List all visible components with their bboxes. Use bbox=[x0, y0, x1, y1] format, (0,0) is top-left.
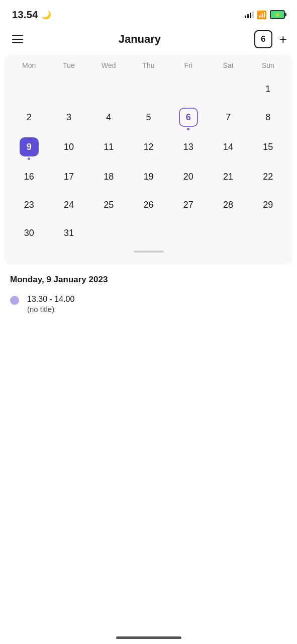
date-number: 15 bbox=[258, 137, 277, 156]
events-section: Monday, 9 January 2023 13.30 - 14.00 (no… bbox=[0, 265, 297, 313]
calendar-cell[interactable]: 23 bbox=[9, 190, 49, 218]
calendar-cell[interactable]: 7 bbox=[208, 103, 248, 132]
calendar-cell bbox=[168, 218, 208, 247]
date-number: 1 bbox=[258, 79, 277, 99]
handle-bar bbox=[134, 251, 164, 253]
calendar-cell bbox=[129, 74, 168, 103]
calendar-cell[interactable]: 1 bbox=[248, 74, 288, 103]
date-number: 20 bbox=[179, 167, 198, 186]
event-dot bbox=[28, 157, 30, 160]
date-number: 24 bbox=[59, 195, 78, 214]
calendar-cell[interactable]: 19 bbox=[129, 162, 168, 190]
day-header-wed: Wed bbox=[89, 58, 129, 72]
date-number: 19 bbox=[139, 167, 158, 186]
date-number: 12 bbox=[139, 137, 158, 156]
hamburger-line bbox=[12, 39, 23, 40]
status-icons: 📶 ⚡ bbox=[245, 10, 285, 20]
today-badge[interactable]: 6 bbox=[254, 30, 272, 48]
calendar-cell[interactable]: 18 bbox=[89, 162, 129, 190]
moon-icon: 🌙 bbox=[41, 10, 51, 20]
month-title: January bbox=[119, 33, 161, 46]
date-number: 28 bbox=[219, 195, 238, 214]
calendar-cell[interactable]: 6 bbox=[168, 103, 208, 132]
hamburger-line bbox=[12, 42, 23, 43]
status-bar: 13.54 🌙 📶 ⚡ bbox=[0, 0, 297, 26]
date-number: 9 bbox=[20, 137, 39, 156]
calendar-cell[interactable]: 28 bbox=[208, 190, 248, 218]
date-number: 7 bbox=[219, 108, 238, 127]
home-indicator bbox=[116, 636, 181, 639]
day-header-sun: Sun bbox=[248, 58, 288, 72]
date-number: 25 bbox=[99, 195, 118, 214]
calendar-cell bbox=[208, 218, 248, 247]
calendar-cell[interactable]: 21 bbox=[208, 162, 248, 190]
event-color-dot bbox=[10, 296, 19, 305]
date-number: 13 bbox=[179, 137, 198, 156]
date-number: 26 bbox=[139, 195, 158, 214]
calendar-cell[interactable]: 20 bbox=[168, 162, 208, 190]
calendar-cell[interactable]: 27 bbox=[168, 190, 208, 218]
day-headers: MonTueWedThuFriSatSun bbox=[9, 54, 288, 72]
date-number: 17 bbox=[59, 167, 78, 186]
calendar-cell[interactable]: 15 bbox=[248, 132, 288, 162]
calendar-cell[interactable]: 26 bbox=[129, 190, 168, 218]
calendar-cell[interactable]: 9 bbox=[9, 132, 49, 162]
date-number: 5 bbox=[139, 108, 158, 127]
calendar-cell[interactable]: 3 bbox=[49, 103, 88, 132]
calendar-cell[interactable]: 10 bbox=[49, 132, 88, 162]
calendar-cell bbox=[129, 218, 168, 247]
calendar-cell[interactable]: 13 bbox=[168, 132, 208, 162]
date-number: 29 bbox=[258, 195, 277, 214]
hamburger-line bbox=[12, 35, 23, 36]
event-time: 13.30 - 14.00 bbox=[27, 295, 74, 304]
calendar-cell[interactable]: 2 bbox=[9, 103, 49, 132]
calendar-cell[interactable]: 25 bbox=[89, 190, 129, 218]
day-header-sat: Sat bbox=[208, 58, 248, 72]
date-number: 2 bbox=[20, 108, 39, 127]
calendar-cell[interactable]: 8 bbox=[248, 103, 288, 132]
date-number: 10 bbox=[59, 137, 78, 156]
date-number: 22 bbox=[258, 167, 277, 186]
calendar-cell[interactable]: 12 bbox=[129, 132, 168, 162]
date-number: 27 bbox=[179, 195, 198, 214]
bottom-bar bbox=[0, 636, 297, 639]
signal-icon bbox=[245, 11, 254, 18]
day-header-tue: Tue bbox=[49, 58, 88, 72]
date-number: 30 bbox=[20, 223, 39, 243]
date-number: 4 bbox=[99, 108, 118, 127]
date-number: 6 bbox=[179, 108, 198, 127]
day-header-fri: Fri bbox=[168, 58, 208, 72]
battery-icon: ⚡ bbox=[270, 10, 285, 19]
day-header-thu: Thu bbox=[129, 58, 168, 72]
calendar-cell[interactable]: 22 bbox=[248, 162, 288, 190]
calendar-cell bbox=[208, 74, 248, 103]
calendar-cell[interactable]: 17 bbox=[49, 162, 88, 190]
date-number: 23 bbox=[20, 195, 39, 214]
calendar-cell[interactable]: 24 bbox=[49, 190, 88, 218]
event-item[interactable]: 13.30 - 14.00 (no title) bbox=[10, 295, 287, 313]
add-event-button[interactable]: + bbox=[279, 33, 287, 46]
date-number: 21 bbox=[219, 167, 238, 186]
date-number: 16 bbox=[20, 167, 39, 186]
event-dot bbox=[187, 128, 189, 130]
calendar-cell[interactable]: 11 bbox=[89, 132, 129, 162]
calendar-cell[interactable]: 29 bbox=[248, 190, 288, 218]
calendar-cell[interactable]: 14 bbox=[208, 132, 248, 162]
calendar-header: January 6 + bbox=[0, 26, 297, 54]
calendar-cell[interactable]: 31 bbox=[49, 218, 88, 247]
calendar-section: MonTueWedThuFriSatSun 123456789101112131… bbox=[4, 54, 293, 265]
date-number: 14 bbox=[219, 137, 238, 156]
calendar-cell[interactable]: 4 bbox=[89, 103, 129, 132]
date-number: 3 bbox=[59, 108, 78, 127]
divider-handle bbox=[9, 247, 288, 257]
calendar-cell bbox=[168, 74, 208, 103]
wifi-icon: 📶 bbox=[257, 10, 267, 20]
date-number: 11 bbox=[99, 137, 118, 156]
calendar-cell[interactable]: 5 bbox=[129, 103, 168, 132]
date-number: 8 bbox=[258, 108, 277, 127]
events-date-header: Monday, 9 January 2023 bbox=[10, 275, 287, 285]
calendar-cell[interactable]: 16 bbox=[9, 162, 49, 190]
calendar-cell[interactable]: 30 bbox=[9, 218, 49, 247]
calendar-cell bbox=[89, 74, 129, 103]
menu-button[interactable] bbox=[10, 33, 25, 45]
